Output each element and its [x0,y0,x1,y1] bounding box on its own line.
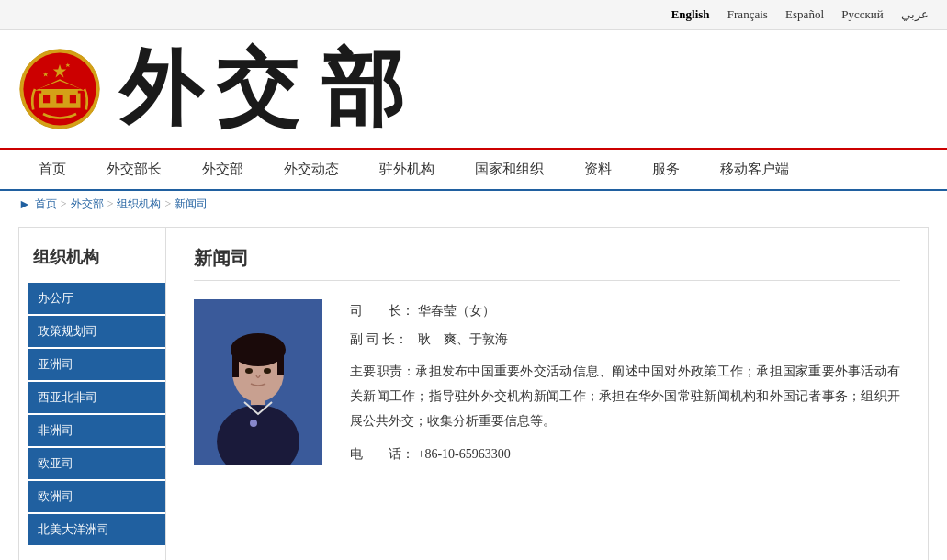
sidebar-item-eurasia[interactable]: 欧亚司 [28,448,165,479]
detail-section: 新闻司 [166,228,928,560]
site-logo-text: 外 交 部 [110,36,432,142]
duties-label: 主要职责： [350,364,415,378]
deputy-row: 副 司 长： 耿 爽、于敦海 [350,328,900,351]
phone-value: +86-10-65963300 [418,447,511,461]
sidebar-item-office[interactable]: 办公厅 [28,283,165,314]
sidebar: 组织机构 办公厅 政策规划司 亚洲司 西亚北非司 非洲司 欧亚司 欧洲司 北美大… [19,228,166,560]
svg-text:部: 部 [321,42,406,132]
detail-body: 司 长： 华春莹（女） 副 司 长： 耿 爽、于敦海 主要职责：承担发布中国重要… [194,299,900,465]
lang-french[interactable]: Français [727,7,768,21]
svg-rect-20 [232,350,239,377]
lang-arabic[interactable]: عربي [901,7,929,21]
lang-russian[interactable]: Русский [841,7,884,21]
phone-label: 电 话： [350,442,414,465]
detail-title: 新闻司 [194,246,900,281]
phone-row: 电 话： +86-10-65963300 [350,442,900,465]
nav-services[interactable]: 服务 [632,150,700,189]
director-value: 华春莹（女） [418,304,495,318]
breadcrumb-org[interactable]: 组织机构 [117,196,161,212]
nav-missions[interactable]: 驻外机构 [359,150,455,189]
lang-spanish[interactable]: Español [785,7,824,21]
language-bar: English Français Español Русский عربي [0,0,947,30]
nav-ministry[interactable]: 外交部 [182,150,264,189]
svg-rect-21 [277,350,284,375]
breadcrumb-ministry[interactable]: 外交部 [71,196,104,212]
lang-english[interactable]: English [671,7,710,21]
duties-description: 主要职责：承担发布中国重要外交活动信息、阐述中国对外政策工作；承担国家重要外事活… [350,360,900,433]
sidebar-item-northamerica[interactable]: 北美大洋洲司 [28,514,165,545]
sidebar-title: 组织机构 [28,246,165,268]
nav-resources[interactable]: 资料 [564,150,632,189]
breadcrumb-sep-3: > [164,197,171,211]
breadcrumb-sep-1: > [61,197,67,211]
sidebar-item-asia[interactable]: 亚洲司 [28,349,165,380]
nav-mobile[interactable]: 移动客户端 [700,150,809,189]
nav-diplomacy[interactable]: 外交动态 [264,150,359,189]
breadcrumb-sep-2: > [107,197,114,211]
svg-rect-6 [70,95,76,103]
director-label: 司 长： [350,299,414,322]
main-content: 组织机构 办公厅 政策规划司 亚洲司 西亚北非司 非洲司 欧亚司 欧洲司 北美大… [18,227,929,560]
sidebar-item-europe[interactable]: 欧洲司 [28,481,165,512]
director-photo [194,299,322,465]
svg-rect-5 [56,95,62,103]
breadcrumb-current: 新闻司 [175,196,208,212]
svg-point-24 [250,420,257,427]
svg-text:外: 外 [118,43,205,132]
sidebar-item-policy[interactable]: 政策规划司 [28,316,165,347]
sidebar-item-westasia[interactable]: 西亚北非司 [28,382,165,413]
nav-minister[interactable]: 外交部长 [86,150,182,189]
svg-point-23 [264,368,271,374]
site-header: 外 交 部 [0,30,947,150]
breadcrumb-home[interactable]: 首页 [35,196,57,212]
svg-point-22 [245,368,253,374]
national-emblem [18,48,101,130]
deputy-label: 副 司 长： [350,328,414,351]
sidebar-menu: 办公厅 政策规划司 亚洲司 西亚北非司 非洲司 欧亚司 欧洲司 北美大洋洲司 [28,283,165,545]
svg-text:交: 交 [216,42,300,132]
duties-value: 承担发布中国重要外交活动信息、阐述中国对外政策工作；承担国家重要外事活动有关新闻… [350,364,900,427]
main-nav: 首页 外交部长 外交部 外交动态 驻外机构 国家和组织 资料 服务 移动客户端 [0,150,947,191]
svg-rect-4 [43,95,50,103]
breadcrumb: ► 首页 > 外交部 > 组织机构 > 新闻司 [0,191,947,218]
nav-countries[interactable]: 国家和组织 [455,150,564,189]
sidebar-item-africa[interactable]: 非洲司 [28,415,165,446]
detail-info: 司 长： 华春莹（女） 副 司 长： 耿 爽、于敦海 主要职责：承担发布中国重要… [350,299,900,465]
director-row: 司 长： 华春莹（女） [350,299,900,322]
nav-home[interactable]: 首页 [18,150,86,189]
breadcrumb-arrow: ► [18,197,31,212]
deputy-value: 耿 爽、于敦海 [418,332,508,346]
